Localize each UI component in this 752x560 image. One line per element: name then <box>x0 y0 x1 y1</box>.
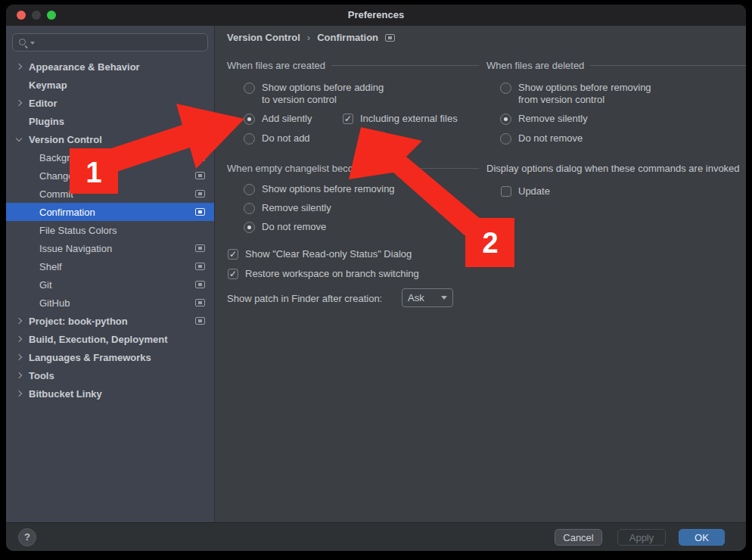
chevron-icon[interactable] <box>17 337 29 341</box>
radio-add-silently[interactable]: Add silently <box>244 113 312 125</box>
chevron-icon[interactable] <box>17 373 29 378</box>
search-icon <box>18 37 29 48</box>
checkbox-restore-workspace[interactable]: Restore workspace on branch switching <box>228 268 419 280</box>
sidebar-item-commit[interactable]: Commit <box>6 185 214 203</box>
section-files-deleted: When files are deleted <box>486 60 746 71</box>
chevron-icon[interactable] <box>17 355 29 359</box>
minimize-button[interactable] <box>32 11 41 20</box>
chevron-icon[interactable] <box>17 391 29 396</box>
checkbox-including-external-files[interactable]: Including external files <box>343 113 458 125</box>
sidebar-item-git[interactable]: Git <box>6 275 214 294</box>
search-text-field[interactable] <box>36 37 202 48</box>
checkbox-icon[interactable] <box>501 186 511 197</box>
display-options-label: Display options dialog when these comman… <box>486 163 746 174</box>
settings-sidebar: Appearance & Behavior Keymap Editor <box>6 26 215 522</box>
sidebar-item-tools[interactable]: Tools <box>6 366 214 384</box>
checkbox-icon[interactable] <box>228 269 238 279</box>
settings-tree: Appearance & Behavior Keymap Editor <box>6 58 214 403</box>
section-files-created: When files are created <box>227 60 479 71</box>
help-button[interactable]: ? <box>18 528 36 546</box>
sidebar-item-confirmation[interactable]: Confirmation <box>6 203 214 221</box>
breadcrumb: Version Control › Confirmation <box>227 32 395 43</box>
radio-show-options-before-adding[interactable]: Show options before adding to version co… <box>244 82 384 106</box>
radio-icon[interactable] <box>244 133 255 145</box>
radio-icon[interactable] <box>500 82 511 94</box>
patch-dropdown-value: Ask <box>408 292 424 303</box>
section-empty-changelist: When empty changelist becomes inactive <box>227 163 479 174</box>
footer-bar: ? Cancel Apply OK <box>6 522 746 551</box>
checkbox-update[interactable]: Update <box>501 185 550 198</box>
chevron-icon[interactable] <box>17 64 29 69</box>
sidebar-item-project-book-python[interactable]: Project: book-python <box>6 312 214 330</box>
chevron-icon[interactable] <box>17 319 29 323</box>
screen-icon <box>195 263 205 270</box>
sidebar-item-bitbucket-linky[interactable]: Bitbucket Linky <box>6 384 214 403</box>
radio-icon[interactable] <box>244 222 255 233</box>
radio-remove-silently-changelist[interactable]: Remove silently <box>244 202 331 214</box>
titlebar: Preferences <box>6 5 746 26</box>
sidebar-item-build-execution-deployment[interactable]: Build, Execution, Deployment <box>6 330 214 348</box>
checkbox-icon[interactable] <box>343 114 353 124</box>
radio-do-not-add[interactable]: Do not add <box>244 132 310 145</box>
zoom-button[interactable] <box>47 11 56 20</box>
search-caret-icon <box>30 42 35 45</box>
screen-icon <box>385 34 395 42</box>
patch-label: Show patch in Finder after creation: <box>227 293 382 304</box>
sidebar-item-file-status-colors[interactable]: File Status Colors <box>6 221 214 239</box>
screen-icon <box>195 317 205 325</box>
chevron-icon[interactable] <box>17 101 29 105</box>
radio-icon[interactable] <box>500 133 511 145</box>
sidebar-item-github[interactable]: GitHub <box>6 294 214 312</box>
search-input[interactable] <box>12 33 208 51</box>
window-title: Preferences <box>6 5 746 26</box>
preferences-window: Preferences Appearance & Behavior Keymap <box>6 5 746 551</box>
breadcrumb-separator: › <box>307 32 310 43</box>
screen-icon <box>195 190 205 198</box>
radio-icon[interactable] <box>500 114 511 125</box>
apply-button[interactable]: Apply <box>617 529 666 546</box>
radio-icon[interactable] <box>244 203 255 214</box>
ok-button[interactable]: OK <box>679 529 725 546</box>
screen-icon <box>195 172 205 179</box>
sidebar-item-background[interactable]: Background <box>6 148 214 166</box>
dropdown-caret-icon <box>441 296 447 300</box>
sidebar-item-version-control[interactable]: Version Control <box>6 130 214 148</box>
chevron-icon[interactable] <box>17 138 29 141</box>
screen-icon <box>195 208 205 216</box>
radio-do-not-remove-changelist[interactable]: Do not remove <box>244 221 326 233</box>
sidebar-item-languages-frameworks[interactable]: Languages & Frameworks <box>6 348 214 366</box>
radio-show-options-before-removing[interactable]: Show options before removing <box>244 183 395 195</box>
radio-show-options-before-removing-files[interactable]: Show options before removing from versio… <box>500 82 651 106</box>
radio-icon[interactable] <box>244 184 255 195</box>
screen-icon <box>195 299 205 306</box>
screen-icon <box>195 281 205 288</box>
radio-remove-silently-files[interactable]: Remove silently <box>500 113 588 125</box>
sidebar-item-keymap[interactable]: Keymap <box>6 76 214 94</box>
checkbox-clear-readonly-dialog[interactable]: Show "Clear Read-only Status" Dialog <box>228 248 412 260</box>
settings-content: Version Control › Confirmation When file… <box>215 26 746 522</box>
radio-icon[interactable] <box>244 114 255 125</box>
breadcrumb-page: Confirmation <box>317 32 378 43</box>
sidebar-item-issue-navigation[interactable]: Issue Navigation <box>6 239 214 257</box>
breadcrumb-section[interactable]: Version Control <box>227 32 300 43</box>
sidebar-item-appearance-behavior[interactable]: Appearance & Behavior <box>6 58 214 76</box>
radio-icon[interactable] <box>244 82 255 94</box>
screen-icon <box>195 244 205 252</box>
radio-do-not-remove-files[interactable]: Do not remove <box>500 132 583 145</box>
screen-icon <box>195 154 205 161</box>
checkbox-icon[interactable] <box>228 249 238 260</box>
sidebar-item-changelists[interactable]: Changelists <box>6 166 214 185</box>
sidebar-item-plugins[interactable]: Plugins <box>6 112 214 130</box>
patch-dropdown[interactable]: Ask <box>402 288 453 307</box>
sidebar-item-editor[interactable]: Editor <box>6 94 214 112</box>
sidebar-item-shelf[interactable]: Shelf <box>6 257 214 275</box>
close-button[interactable] <box>17 11 26 20</box>
cancel-button[interactable]: Cancel <box>555 529 602 546</box>
